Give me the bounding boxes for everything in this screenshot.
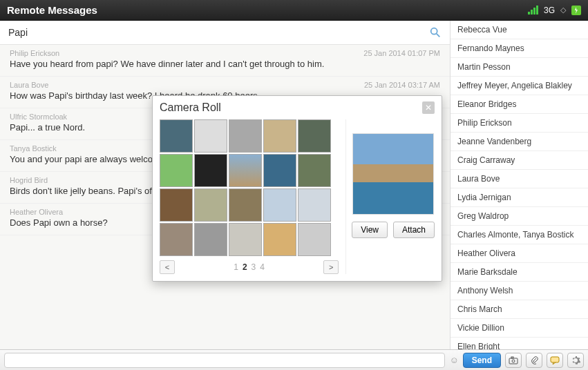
contact-item[interactable]: Charles Almonte, Tanya Bostick bbox=[451, 226, 588, 244]
message-time: 25 Jan 2014 01:07 PM bbox=[363, 49, 440, 57]
contact-item[interactable]: Fernando Maynes bbox=[451, 39, 588, 58]
camera-roll-popup: Camera Roll ✕ < 1 2 3 4 > bbox=[152, 95, 442, 282]
status-icons: 3G ◇ bbox=[528, 6, 581, 15]
battery-icon bbox=[571, 6, 581, 15]
page-number[interactable]: 1 bbox=[234, 262, 238, 272]
thumbnail[interactable] bbox=[160, 188, 193, 222]
emoji-icon[interactable]: ☺ bbox=[449, 355, 458, 365]
message-sender: Hogrid Bird bbox=[10, 176, 48, 184]
contact-item[interactable]: Martin Pesson bbox=[451, 58, 588, 77]
send-button[interactable]: Send bbox=[463, 353, 501, 368]
contact-item[interactable]: Rebecca Vue bbox=[451, 21, 588, 39]
thumbnail[interactable] bbox=[160, 154, 193, 187]
svg-rect-5 bbox=[551, 357, 559, 362]
gear-icon[interactable] bbox=[567, 353, 584, 368]
contact-item[interactable]: Marie Barksdale bbox=[451, 263, 588, 282]
contact-item[interactable]: Heather Olivera bbox=[451, 244, 588, 263]
thumbnail[interactable] bbox=[229, 223, 262, 256]
attachment-icon[interactable] bbox=[526, 353, 542, 368]
message-body: Have you heard from papi? We have dinner… bbox=[10, 59, 440, 69]
app-title: Remote Messages bbox=[7, 4, 97, 16]
thumbnail[interactable] bbox=[298, 154, 331, 187]
thumbnail[interactable] bbox=[194, 188, 227, 222]
prev-page-button[interactable]: < bbox=[160, 260, 175, 274]
message-sender: Philip Erickson bbox=[10, 49, 59, 57]
next-page-button[interactable]: > bbox=[323, 260, 339, 274]
popup-title: Camera Roll bbox=[160, 101, 221, 114]
thumbnail[interactable] bbox=[229, 188, 262, 222]
contact-item[interactable]: Laura Bove bbox=[451, 170, 588, 188]
preview-image bbox=[352, 133, 434, 215]
close-icon[interactable]: ✕ bbox=[422, 101, 435, 114]
thumbnail[interactable] bbox=[160, 119, 193, 153]
svg-point-0 bbox=[431, 28, 437, 35]
message-sender: Tanya Bostick bbox=[10, 144, 57, 153]
thumbnail[interactable] bbox=[298, 188, 331, 222]
message-sender: Laura Bove bbox=[10, 81, 48, 89]
svg-point-3 bbox=[512, 360, 515, 362]
contact-item[interactable]: Anthony Welsh bbox=[451, 282, 588, 300]
svg-rect-2 bbox=[509, 358, 518, 364]
message-sender: Ulfric Stormcloak bbox=[10, 113, 67, 121]
app-header: Remote Messages 3G ◇ bbox=[0, 0, 588, 21]
contacts-sidebar[interactable]: Rebecca Vue Fernando Maynes Martin Pesso… bbox=[450, 21, 588, 349]
thumbnail-grid bbox=[160, 119, 339, 256]
thumbnail[interactable] bbox=[229, 119, 262, 153]
wifi-icon: ◇ bbox=[560, 6, 566, 14]
composer-bar: ☺ Send bbox=[0, 349, 588, 370]
compose-input[interactable] bbox=[4, 353, 445, 368]
network-label: 3G bbox=[544, 6, 555, 15]
page-number-current[interactable]: 2 bbox=[243, 262, 247, 272]
contact-item[interactable]: Greg Waldrop bbox=[451, 207, 588, 226]
contact-item[interactable]: Eleanor Bridges bbox=[451, 95, 588, 114]
thumbnail[interactable] bbox=[263, 223, 296, 256]
message-time: 25 Jan 2014 03:17 AM bbox=[364, 81, 440, 89]
contact-item[interactable]: Craig Carraway bbox=[451, 151, 588, 170]
thumbnail[interactable] bbox=[160, 223, 193, 256]
thumbnail[interactable] bbox=[263, 188, 296, 222]
search-icon[interactable] bbox=[429, 26, 442, 39]
thumbnail[interactable] bbox=[263, 154, 296, 187]
svg-line-1 bbox=[437, 34, 440, 37]
page-number[interactable]: 3 bbox=[252, 262, 256, 272]
thumbnail[interactable] bbox=[194, 119, 227, 153]
contact-item[interactable]: Jeanne Vandenberg bbox=[451, 133, 588, 151]
search-bar bbox=[0, 21, 450, 45]
contact-item[interactable]: Ellen Bright bbox=[451, 338, 588, 349]
contact-item[interactable]: Vickie Dillion bbox=[451, 319, 588, 338]
signal-icon bbox=[528, 6, 538, 14]
thumbnail[interactable] bbox=[298, 119, 331, 153]
contact-item[interactable]: Philip Erickson bbox=[451, 114, 588, 133]
contact-item[interactable]: Chris March bbox=[451, 300, 588, 319]
search-input[interactable] bbox=[8, 27, 429, 38]
message-item[interactable]: Philip Erickson25 Jan 2014 01:07 PMHave … bbox=[0, 45, 450, 77]
page-number[interactable]: 4 bbox=[260, 262, 265, 272]
thumbnail[interactable] bbox=[263, 119, 296, 153]
svg-rect-4 bbox=[511, 357, 513, 358]
contact-item[interactable]: Jeffrey Meyer, Angelica Blakley bbox=[451, 77, 588, 95]
thumbnail[interactable] bbox=[298, 223, 331, 256]
thumbnail[interactable] bbox=[194, 223, 227, 256]
pager: < 1 2 3 4 > bbox=[160, 260, 339, 274]
camera-icon[interactable] bbox=[505, 353, 522, 368]
thumbnail[interactable] bbox=[194, 154, 227, 187]
attach-button[interactable]: Attach bbox=[393, 222, 435, 238]
chat-icon[interactable] bbox=[547, 353, 563, 368]
message-sender: Heather Olivera bbox=[10, 208, 63, 216]
contact-item[interactable]: Lydia Jernigan bbox=[451, 188, 588, 207]
view-button[interactable]: View bbox=[352, 222, 388, 238]
thumbnail[interactable] bbox=[229, 154, 262, 187]
